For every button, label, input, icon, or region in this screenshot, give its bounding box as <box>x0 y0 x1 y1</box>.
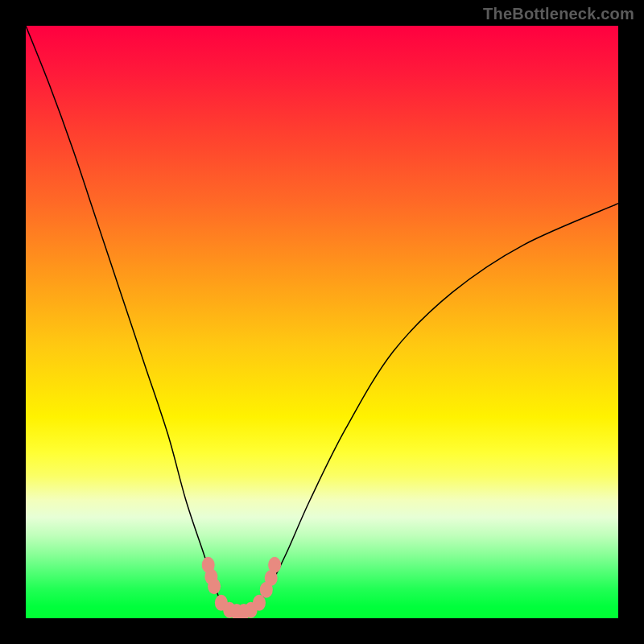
marker-group <box>202 557 281 618</box>
marker-point <box>208 578 221 594</box>
marker-point <box>268 557 281 573</box>
plot-area <box>26 26 618 618</box>
chart-stage: TheBottleneck.com <box>0 0 644 644</box>
watermark-label: TheBottleneck.com <box>483 5 634 23</box>
curve-layer <box>26 26 618 618</box>
marker-point <box>253 595 266 611</box>
curve <box>26 26 618 613</box>
